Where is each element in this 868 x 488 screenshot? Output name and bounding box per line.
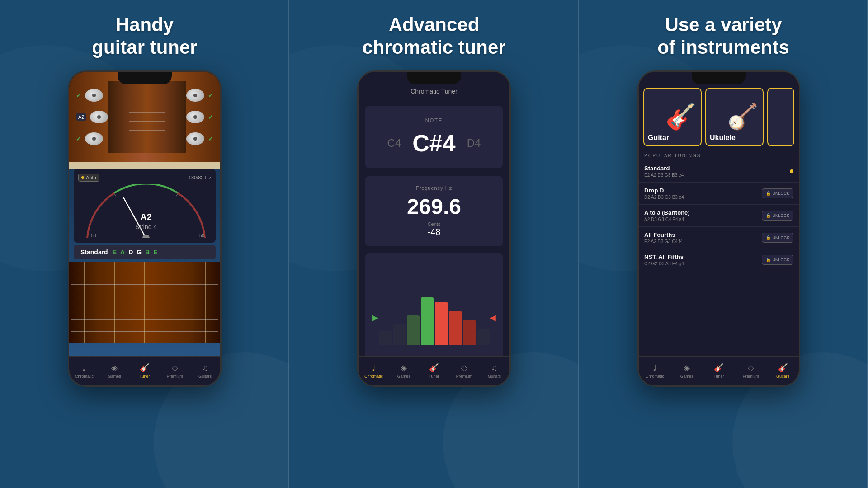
level-bars (372, 291, 496, 345)
unlock-dropd[interactable]: 🔒 UNLOCK (762, 188, 793, 198)
check-icon-4: ✓ (208, 113, 213, 121)
nav-chromatic-3[interactable]: ♩ Chromatic (639, 357, 671, 385)
nav-chromatic-icon-3: ♩ (653, 363, 656, 373)
nav-games-3[interactable]: ◈ Games (671, 357, 703, 385)
nav-tuner-icon-2: 🎸 (429, 363, 439, 373)
hz-label: 180/82 Hz (189, 175, 211, 180)
nav-games-icon-1: ◈ (111, 363, 118, 373)
instruments-screen: 🎸 Guitar 🪕 Ukulele POPULAR TUNINGS (639, 72, 799, 385)
tuner-section: Auto 180/82 Hz (74, 169, 216, 243)
guitar-card[interactable]: 🎸 Guitar (643, 88, 702, 146)
peg-2 (90, 111, 108, 123)
tuning-label: Standard (80, 249, 108, 256)
peg-3 (85, 132, 103, 145)
check-icon-3: ✓ (208, 92, 213, 99)
panel-guitar-tuner: Handy guitar tuner ✓ A2 (0, 0, 289, 488)
bottom-nav-3: ♩ Chromatic ◈ Games 🎸 Tuner ◇ Premium (639, 356, 799, 385)
unlock-fourths[interactable]: 🔒 UNLOCK (762, 233, 793, 243)
peg-4 (186, 89, 204, 102)
tuning-row-fifths[interactable]: NST, All Fifths C2 G2 D3 A3 E4 g4 🔒 UNLO… (639, 249, 799, 271)
auto-label: Auto (86, 175, 96, 180)
nav-guitars-2[interactable]: ♫ Guitars (479, 357, 509, 385)
nav-chromatic-icon-2: ♩ (372, 363, 375, 373)
unlock-baritone[interactable]: 🔒 UNLOCK (762, 211, 793, 221)
note-left: C4 (387, 137, 401, 150)
note-a: A (120, 249, 125, 256)
standard-tuning-bar[interactable]: Standard E A D G B E (74, 245, 216, 259)
svg-point-4 (142, 235, 150, 238)
panel-instruments: Use a variety of instruments 🎸 Guitar 🪕 … (579, 0, 868, 488)
freq-value: 269.6 (372, 194, 496, 219)
unlock-fifths[interactable]: 🔒 UNLOCK (762, 255, 793, 265)
note-g: G (137, 249, 142, 256)
nav-guitars-icon-2: ♫ (491, 363, 498, 373)
guitar-headstock: ✓ A2 ✓ (69, 72, 220, 162)
screen-title: Chromatic Tuner (410, 88, 457, 95)
svg-line-2 (175, 194, 178, 197)
auto-badge: Auto (78, 174, 99, 182)
nav-guitars-icon-3: 🎸 (778, 363, 788, 373)
nav-tuner-3[interactable]: 🎸 Tuner (703, 357, 735, 385)
nav-chromatic-icon-1: ♩ (82, 363, 86, 373)
freq-label: Frequency Hz (372, 185, 496, 191)
tuning-info-standard: Standard E2 A2 D3 G3 B3 e4 (644, 165, 684, 178)
phone-1: ✓ A2 ✓ (68, 70, 222, 387)
bar-2 (393, 324, 406, 345)
ukulele-label: Ukulele (710, 134, 759, 142)
cents-label: Cents (372, 221, 496, 227)
bar-1 (379, 331, 392, 345)
nav-premium-3[interactable]: ◇ Premium (735, 357, 767, 385)
tuning-pegs-right: ✓ ✓ ✓ (186, 89, 213, 145)
bar-8 (477, 329, 490, 345)
check-icon-5: ✓ (208, 135, 213, 142)
note-e1: E (113, 249, 117, 256)
bar-6 (449, 311, 462, 345)
nav-games-2[interactable]: ◈ Games (389, 357, 419, 385)
note-center: C#4 (412, 130, 455, 157)
note-display-box: NOTE C4 C#4 D4 (365, 106, 503, 168)
nav-tuner-1[interactable]: 🎸 Tuner (130, 357, 160, 385)
nav-chromatic-2[interactable]: ♩ Chromatic (359, 357, 389, 385)
nav-tuner-icon-1: 🎸 (140, 363, 150, 373)
dial-svg: A2 String 4 -50 50 (78, 184, 211, 238)
note-right: D4 (467, 137, 481, 150)
guitar-fretboard (69, 262, 220, 343)
svg-text:50: 50 (199, 233, 205, 238)
note-e2: E (153, 249, 157, 256)
phone-notch-1 (118, 72, 172, 84)
nav-guitars-1[interactable]: ♫ Guitars (190, 357, 220, 385)
svg-line-1 (114, 194, 117, 197)
nav-games-1[interactable]: ◈ Games (99, 357, 130, 385)
nav-chromatic-1[interactable]: ♩ Chromatic (69, 357, 99, 385)
bar-7 (463, 320, 476, 345)
nav-premium-1[interactable]: ◇ Premium (160, 357, 190, 385)
cents-value: -48 (372, 227, 496, 237)
guitar-screen: ✓ A2 ✓ (69, 72, 220, 385)
guitar-label: Guitar (648, 134, 697, 142)
frequency-box: Frequency Hz 269.6 Cents -48 (365, 176, 503, 246)
ukulele-card[interactable]: 🪕 Ukulele (705, 88, 764, 146)
guitar-nut (69, 162, 220, 169)
tuner-header: Auto 180/82 Hz (78, 174, 211, 182)
nav-premium-icon-2: ◇ (461, 363, 467, 373)
tuning-row-baritone[interactable]: A to a (Baritone) A2 D3 G3 C4 E4 a4 🔒 UN… (639, 205, 799, 227)
tuning-row-fourths[interactable]: All Fourths E2 A2 D3 G3 C4 f4 🔒 UNLOCK (639, 227, 799, 249)
nav-guitars-3[interactable]: 🎸 Guitars (767, 357, 799, 385)
svg-text:String 4: String 4 (135, 223, 157, 230)
tuning-notes: E A D G B E (113, 249, 158, 256)
panel-chromatic-tuner: Advanced chromatic tuner Chromatic Tuner… (289, 0, 579, 488)
nav-premium-2[interactable]: ◇ Premium (449, 357, 479, 385)
nav-tuner-2[interactable]: 🎸 Tuner (419, 357, 449, 385)
tuning-pegs-left: ✓ A2 ✓ (76, 89, 108, 145)
note-label: NOTE (372, 117, 496, 123)
tunings-header: POPULAR TUNINGS (639, 151, 799, 160)
panel2-title: Advanced chromatic tuner (362, 14, 505, 59)
tuning-row-dropd[interactable]: Drop D D2 A2 D3 G3 B3 e4 🔒 UNLOCK (639, 183, 799, 205)
nav-guitars-icon-1: ♫ (202, 363, 208, 373)
extra-card (767, 88, 794, 146)
level-arrow-left: ▶ (372, 313, 378, 323)
tuning-row-standard[interactable]: Standard E2 A2 D3 G3 B3 e4 (639, 160, 799, 183)
active-dot (790, 169, 793, 173)
note-row: C4 C#4 D4 (372, 130, 496, 157)
bottom-nav-2: ♩ Chromatic ◈ Games 🎸 Tuner ◇ Premium (359, 356, 509, 385)
